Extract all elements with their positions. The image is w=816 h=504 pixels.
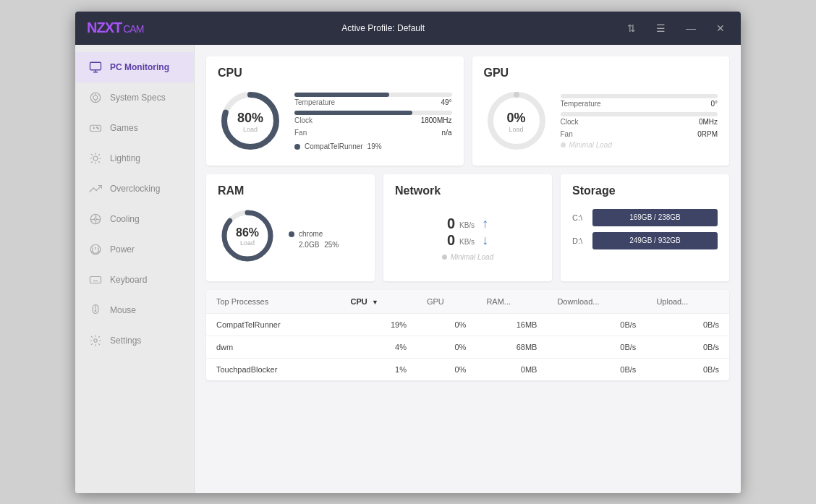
col-ram: RAM... (476, 290, 547, 314)
table-row: CompatTelRunner 19% 0% 16MB 0B/s 0B/s (206, 313, 729, 336)
sidebar-label-games: Games (110, 123, 138, 133)
gpu-minimal-label: Minimal Load (569, 141, 612, 149)
sidebar-item-games[interactable]: Games (75, 113, 194, 143)
network-download-value: 0 (447, 215, 455, 232)
sidebar-item-overclocking[interactable]: Overclocking (75, 174, 194, 204)
gpu-metric-inner: 0% Load Temperature 0° (484, 88, 718, 155)
logo-cam: CAM (123, 23, 143, 35)
gpu-percent: 0 (506, 111, 514, 125)
gpu-title: GPU (484, 67, 718, 80)
table-row: dwm 4% 0% 68MB 0B/s 0B/s (206, 336, 729, 358)
window-controls: ⇅ ☰ — ✕ (623, 21, 729, 35)
cpu-clock-label: Clock (294, 116, 313, 124)
system-specs-icon (88, 90, 103, 105)
storage-title: Storage (572, 184, 718, 197)
app-logo: NZXTCAM (87, 20, 143, 36)
cpu-title: CPU (218, 67, 452, 80)
active-profile-value: Default (397, 23, 425, 33)
cpu-clock-bar-row: Clock 1800MHz (294, 111, 452, 124)
cpu-stats: Temperature 49° Clock 1800MHz (294, 93, 452, 150)
ram-process-size: 2.0GB (299, 241, 319, 249)
sidebar-label-lighting: Lighting (110, 153, 140, 163)
col-download: Download... (547, 290, 646, 314)
sidebar-item-lighting[interactable]: Lighting (75, 143, 194, 174)
gpu-clock-label: Clock (561, 118, 579, 126)
sidebar-item-power[interactable]: Power (75, 234, 194, 265)
gpu-stats: Temperature 0° Clock 0MHz (561, 94, 718, 149)
cpu-load-label: Load (237, 126, 263, 133)
cpu-donut: 80% Load (218, 88, 283, 155)
process-table-card: Top Processes CPU ▼ GPU RAM... Download.… (206, 290, 729, 380)
cpu-process-name: CompatTelRunner (305, 142, 363, 150)
proc-ram-1: 16MB (476, 313, 547, 336)
minimize-button[interactable]: — (681, 21, 700, 35)
gpu-fan-row: Fan 0RPM (561, 130, 718, 138)
sidebar-label-overclocking: Overclocking (110, 184, 160, 194)
proc-ul-3: 0B/s (646, 358, 729, 380)
sidebar-item-cooling[interactable]: Cooling (75, 204, 194, 234)
proc-ul-2: 0B/s (646, 336, 729, 358)
drive-c-bar: 169GB / 238GB (592, 209, 718, 226)
proc-cpu-1: 19% (341, 313, 417, 336)
main-content: CPU 80% Load (195, 45, 741, 493)
sidebar-item-pc-monitoring[interactable]: PC Monitoring (75, 52, 194, 82)
close-button[interactable]: ✕ (712, 21, 729, 35)
col-process: Top Processes (206, 290, 341, 314)
network-minimal-label: Minimal Load (451, 253, 493, 261)
svg-point-22 (95, 218, 97, 220)
ram-process: chrome 2.0GB 25% (289, 224, 339, 249)
proc-ram-3: 0MB (476, 358, 547, 380)
download-arrow-icon: ↑ (482, 216, 488, 231)
gpu-clock-bar-row: Clock 0MHz (561, 112, 718, 126)
cpu-donut-label: 80% Load (237, 111, 263, 133)
ram-inner: 86% Load chrome 2.0GB 25% (218, 206, 363, 268)
svg-rect-7 (90, 125, 101, 131)
app-body: PC Monitoring System Specs (75, 45, 741, 493)
sidebar-item-system-specs[interactable]: System Specs (75, 82, 194, 113)
upload-arrow-icon: ↓ (482, 233, 488, 248)
titlebar: NZXTCAM Active Profile: Default ⇅ ☰ — ✕ (75, 12, 741, 45)
menu-button[interactable]: ☰ (652, 21, 670, 35)
storage-drive-c: C:\ 169GB / 238GB (572, 209, 718, 226)
drive-d-label: D:\ (572, 236, 587, 245)
svg-point-33 (95, 310, 96, 312)
network-upload-value: 0 (447, 232, 455, 249)
proc-ram-2: 68MB (476, 336, 547, 358)
ram-process-percent: 25% (324, 241, 339, 249)
drive-c-text: 169GB / 238GB (629, 213, 681, 221)
settings-icon (88, 333, 103, 348)
lighting-icon (88, 151, 103, 166)
gpu-donut-label: 0% Load (506, 111, 525, 133)
keyboard-icon (88, 273, 103, 287)
table-header-row: Top Processes CPU ▼ GPU RAM... Download.… (206, 290, 729, 314)
svg-point-10 (97, 127, 98, 128)
profile-swap-button[interactable]: ⇅ (623, 21, 640, 35)
cpu-temp-bar-row: Temperature 49° (294, 93, 452, 106)
gpu-minimal-dot (561, 142, 566, 148)
proc-gpu-3: 0% (417, 358, 476, 380)
ram-process-name: chrome (299, 230, 323, 238)
sidebar-label-pc-monitoring: PC Monitoring (110, 62, 169, 72)
active-profile-label: Active Profile: (341, 23, 394, 33)
gpu-minimal: Minimal Load (561, 141, 718, 149)
cpu-fan-row: Fan n/a (294, 129, 452, 137)
gpu-temp-value: 0° (710, 100, 718, 108)
sidebar-item-keyboard[interactable]: Keyboard (75, 265, 194, 295)
gpu-clock-value: 0MHz (699, 118, 718, 126)
col-gpu: GPU (417, 290, 476, 314)
sidebar: PC Monitoring System Specs (75, 45, 195, 493)
sidebar-item-mouse[interactable]: Mouse (75, 295, 194, 325)
svg-line-15 (91, 154, 93, 155)
network-inner: 0 KB/s ↑ 0 KB/s ↓ Minimal Load (395, 206, 540, 271)
gpu-temp-bar-row: Temperature 0° (561, 94, 718, 108)
mouse-icon (88, 303, 103, 317)
proc-gpu-1: 0% (417, 313, 476, 336)
storage-inner: C:\ 169GB / 238GB D:\ 249GB / 932GB (572, 206, 718, 249)
svg-rect-0 (90, 62, 101, 70)
drive-c-label: C:\ (572, 213, 587, 222)
drive-d-text: 249GB / 932GB (629, 236, 681, 244)
proc-cpu-3: 1% (341, 358, 417, 380)
sidebar-label-system-specs: System Specs (110, 93, 166, 103)
sidebar-item-settings[interactable]: Settings (75, 325, 194, 356)
sidebar-label-settings: Settings (110, 336, 141, 346)
